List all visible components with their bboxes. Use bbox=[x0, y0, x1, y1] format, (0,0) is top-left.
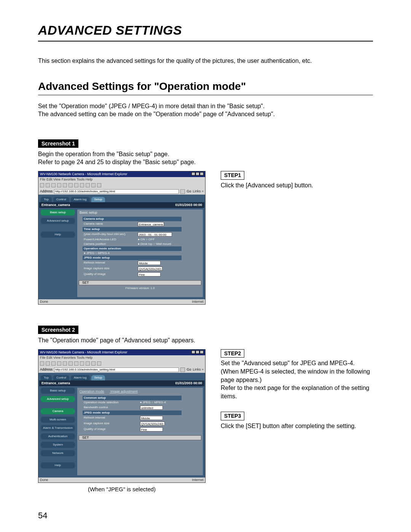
screenshot1-caption: Begin the operation from the "Basic setu… bbox=[38, 150, 373, 166]
row-time-setup: Time setup bbox=[83, 227, 182, 232]
toolbar bbox=[38, 360, 205, 367]
step3: STEP3 Click the [SET] button after compl… bbox=[221, 412, 373, 430]
select-bw[interactable]: unlimited bbox=[140, 406, 163, 410]
row-jpeg: JPEG mode setup bbox=[83, 256, 182, 260]
tab-control[interactable]: Control bbox=[53, 197, 69, 202]
subtab-advanced[interactable]: Advanced setup bbox=[41, 218, 75, 224]
label-led: Power/Link/Access LED bbox=[83, 237, 137, 242]
label-capsize: Image capture size bbox=[83, 421, 139, 427]
label-quality: Quality of image bbox=[83, 427, 139, 432]
camera-datetime: 01/01/2003 00:00 bbox=[175, 382, 202, 385]
label-camera-name: Camera name bbox=[83, 221, 137, 227]
section-body: Set the "Operation mode" (JPEG / MPEG-4)… bbox=[38, 102, 373, 118]
side-help[interactable]: Help bbox=[41, 462, 75, 468]
side-auth[interactable]: Authentication bbox=[41, 433, 75, 439]
side-network[interactable]: Network bbox=[41, 450, 75, 456]
camera-title: Entrance_camera bbox=[41, 382, 70, 385]
set-button[interactable]: SET bbox=[79, 280, 201, 285]
tab-alarmlog[interactable]: Alarm log bbox=[71, 197, 90, 202]
screenshot1-badge: Screenshot 1 bbox=[38, 139, 78, 148]
page-number: 54 bbox=[38, 511, 47, 521]
subtab-advanced[interactable]: Advanced setup bbox=[41, 396, 75, 402]
row-common: Common setup bbox=[83, 396, 182, 400]
select-capsize[interactable]: QVGA(320x240) bbox=[138, 267, 162, 271]
address-input[interactable] bbox=[54, 189, 179, 194]
radio-led-off[interactable]: OFF bbox=[146, 238, 155, 241]
status-done: Done bbox=[40, 478, 48, 482]
panel-title: Basic setup bbox=[80, 211, 201, 214]
tab-setup[interactable]: Setup bbox=[91, 197, 105, 202]
step3-text: Click the [SET] button after completing … bbox=[221, 422, 373, 430]
label-time: (year-month-day hour:min:sec) bbox=[83, 232, 137, 237]
label-bw: Bandwidth control bbox=[83, 405, 139, 411]
select-refresh[interactable]: Middle bbox=[140, 416, 163, 420]
select-capsize[interactable]: QVGA(320x240) bbox=[140, 422, 165, 426]
step2: STEP2 Set the "Advanced setup" for JPEG … bbox=[221, 349, 373, 401]
subtab-opmode[interactable]: Operation mode bbox=[80, 390, 104, 393]
window-controls bbox=[191, 350, 204, 355]
radio-jpeg[interactable]: JPEG bbox=[140, 401, 151, 404]
address-label: Address bbox=[40, 190, 53, 193]
go-label: Go bbox=[186, 368, 191, 371]
panel-subtabs: Operation mode Image adjustment bbox=[80, 390, 201, 393]
side-alarm[interactable]: Alarm & Transmission bbox=[41, 425, 75, 431]
go-button[interactable] bbox=[180, 367, 185, 372]
window-title: WV-NM100 Network Camera - Microsoft Inte… bbox=[40, 351, 127, 354]
radio-desktop[interactable]: Desk top bbox=[138, 242, 153, 246]
window-controls bbox=[191, 172, 204, 176]
go-button[interactable] bbox=[180, 189, 185, 194]
side-camera[interactable]: Camera bbox=[41, 408, 75, 414]
input-camera-name[interactable]: Entrance_camera bbox=[138, 222, 164, 226]
step3-label: STEP3 bbox=[221, 412, 244, 420]
label-capsize: Image capture size bbox=[83, 266, 137, 272]
row-opmode: Operation mode selection bbox=[83, 246, 182, 251]
select-quality[interactable]: Fine bbox=[138, 272, 161, 276]
radio-jpeg[interactable]: JPEG bbox=[84, 251, 94, 255]
label-quality: Quality of image bbox=[83, 272, 137, 277]
screenshot2-image: WV-NM100 Network Camera - Microsoft Inte… bbox=[38, 349, 206, 483]
subtab-basic[interactable]: Basic setup bbox=[41, 388, 75, 394]
page-title: ADVANCED SETTINGS bbox=[38, 23, 373, 38]
subtab-imgadj[interactable]: Image adjustment bbox=[110, 390, 138, 393]
screenshot2-badge: Screenshot 2 bbox=[38, 326, 78, 334]
settings-table: Common setup Operation mode selectionJPE… bbox=[83, 396, 182, 432]
tab-top[interactable]: Top bbox=[41, 375, 52, 380]
radio-mpeg4[interactable]: MPEG-4 bbox=[95, 251, 110, 255]
radio-wall[interactable]: Wall mount bbox=[153, 242, 171, 246]
address-input[interactable] bbox=[54, 367, 179, 372]
go-label: Go bbox=[186, 190, 191, 193]
radio-led-on[interactable]: ON bbox=[138, 238, 145, 241]
radio-mpeg4[interactable]: MPEG-4 bbox=[151, 401, 166, 404]
row-camera-setup: Camera setup bbox=[83, 217, 182, 221]
side-multiscreen[interactable]: Multi-screen bbox=[41, 417, 75, 423]
window-title: WV-NM100 Network Camera - Microsoft Inte… bbox=[40, 173, 127, 176]
camera-datetime: 01/01/2003 00:00 bbox=[175, 203, 202, 207]
address-label: Address bbox=[40, 368, 53, 371]
select-refresh[interactable]: Middle bbox=[138, 261, 161, 265]
step2-text: Set the "Advanced setup" for JPEG and MP… bbox=[221, 359, 373, 400]
menubar: File Edit View Favorites Tools Help bbox=[38, 177, 205, 182]
tab-top[interactable]: Top bbox=[41, 197, 52, 202]
side-help[interactable]: Help bbox=[41, 232, 75, 238]
links-label: Links » bbox=[193, 368, 204, 371]
screenshot2-block: Screenshot 2 The "Operation mode" page o… bbox=[38, 326, 373, 492]
tab-setup[interactable]: Setup bbox=[91, 375, 105, 380]
set-button[interactable]: SET bbox=[79, 435, 201, 440]
select-quality[interactable]: Fine bbox=[140, 427, 163, 431]
toolbar bbox=[38, 182, 205, 189]
row-jpeg: JPEG mode setup bbox=[83, 411, 182, 415]
status-net: Internet bbox=[192, 300, 204, 304]
status-net: Internet bbox=[192, 478, 204, 482]
subtab-basic[interactable]: Basic setup bbox=[41, 209, 75, 216]
step1-label: STEP1 bbox=[221, 171, 244, 180]
screenshot2-figcap: (When "JPEG" is selected) bbox=[38, 486, 206, 492]
label-opmode: Operation mode selection bbox=[83, 400, 139, 405]
tab-alarmlog[interactable]: Alarm log bbox=[71, 375, 90, 380]
input-time[interactable]: 2003 - 01 - 01 00:00 bbox=[138, 232, 172, 236]
screenshot1-block: Screenshot 1 Begin the operation from th… bbox=[38, 139, 373, 305]
section-title: Advanced Settings for "Operation mode" bbox=[38, 80, 373, 93]
label-refresh: Refresh interval bbox=[83, 260, 137, 266]
step1: STEP1 Click the [Advanced setup] button. bbox=[221, 171, 373, 189]
side-system[interactable]: System bbox=[41, 442, 75, 448]
tab-control[interactable]: Control bbox=[53, 375, 69, 380]
